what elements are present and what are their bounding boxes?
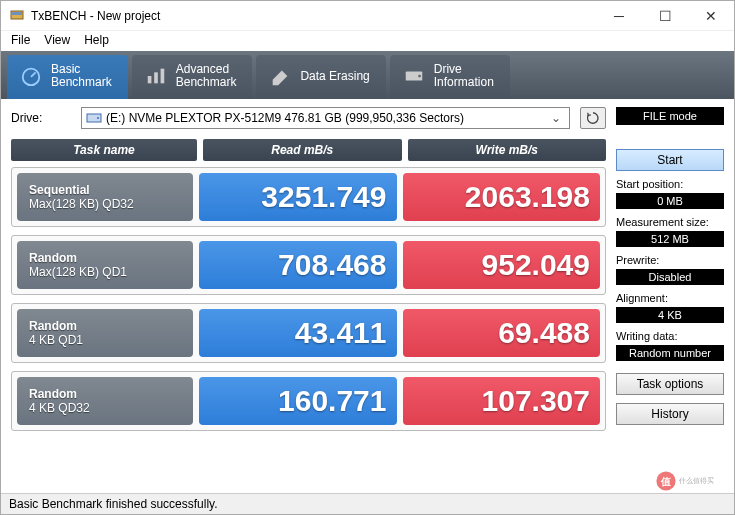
tab-data-erasing[interactable]: Data Erasing bbox=[256, 55, 385, 99]
svg-point-10 bbox=[97, 117, 99, 119]
tab-label: Drive Information bbox=[434, 63, 494, 89]
close-button[interactable]: ✕ bbox=[688, 1, 734, 31]
erase-icon bbox=[268, 65, 292, 87]
drive-icon bbox=[402, 65, 426, 87]
svg-rect-4 bbox=[147, 76, 151, 83]
menu-file[interactable]: File bbox=[11, 33, 30, 47]
disk-icon bbox=[86, 111, 102, 125]
start-position-value[interactable]: 0 MB bbox=[616, 193, 724, 209]
header-write: Write mB/s bbox=[408, 139, 607, 161]
table-header: Task name Read mB/s Write mB/s bbox=[11, 139, 606, 161]
tab-basic-benchmark[interactable]: Basic Benchmark bbox=[7, 55, 128, 99]
status-bar: Basic Benchmark finished successfully. bbox=[1, 493, 734, 514]
svg-text:什么值得买: 什么值得买 bbox=[678, 477, 714, 484]
header-task: Task name bbox=[11, 139, 197, 161]
app-icon bbox=[9, 8, 25, 24]
svg-rect-5 bbox=[154, 73, 158, 84]
measurement-size-label: Measurement size: bbox=[616, 216, 724, 228]
start-position-label: Start position: bbox=[616, 178, 724, 190]
write-value: 952.049 bbox=[403, 241, 601, 289]
alignment-value[interactable]: 4 KB bbox=[616, 307, 724, 323]
tabs: Basic Benchmark Advanced Benchmark Data … bbox=[1, 51, 734, 99]
tab-label: Data Erasing bbox=[300, 70, 369, 83]
minimize-button[interactable]: ─ bbox=[596, 1, 642, 31]
maximize-button[interactable]: ☐ bbox=[642, 1, 688, 31]
prewrite-label: Prewrite: bbox=[616, 254, 724, 266]
titlebar: TxBENCH - New project ─ ☐ ✕ bbox=[1, 1, 734, 31]
write-value: 69.488 bbox=[403, 309, 601, 357]
menubar: File View Help bbox=[1, 31, 734, 51]
drive-label: Drive: bbox=[11, 111, 71, 125]
table-row: Random 4 KB QD1 43.411 69.488 bbox=[11, 303, 606, 363]
menu-help[interactable]: Help bbox=[84, 33, 109, 47]
svg-line-3 bbox=[31, 73, 36, 78]
svg-text:值: 值 bbox=[660, 476, 671, 487]
writing-data-label: Writing data: bbox=[616, 330, 724, 342]
table-row: Sequential Max(128 KB) QD32 3251.749 206… bbox=[11, 167, 606, 227]
task-name[interactable]: Random 4 KB QD1 bbox=[17, 309, 193, 357]
prewrite-value[interactable]: Disabled bbox=[616, 269, 724, 285]
table-row: Random 4 KB QD32 160.771 107.307 bbox=[11, 371, 606, 431]
file-mode-button[interactable]: FILE mode bbox=[616, 107, 724, 125]
drive-select[interactable]: (E:) NVMe PLEXTOR PX-512M9 476.81 GB (99… bbox=[81, 107, 570, 129]
menu-view[interactable]: View bbox=[44, 33, 70, 47]
task-options-button[interactable]: Task options bbox=[616, 373, 724, 395]
read-value: 160.771 bbox=[199, 377, 397, 425]
tab-label: Basic Benchmark bbox=[51, 63, 112, 89]
start-button[interactable]: Start bbox=[616, 149, 724, 171]
svg-point-8 bbox=[418, 75, 421, 78]
write-value: 107.307 bbox=[403, 377, 601, 425]
measurement-size-value[interactable]: 512 MB bbox=[616, 231, 724, 247]
header-read: Read mB/s bbox=[203, 139, 402, 161]
svg-rect-6 bbox=[160, 69, 164, 84]
writing-data-value[interactable]: Random number bbox=[616, 345, 724, 361]
tab-advanced-benchmark[interactable]: Advanced Benchmark bbox=[132, 55, 253, 99]
task-name[interactable]: Random 4 KB QD32 bbox=[17, 377, 193, 425]
drive-value: (E:) NVMe PLEXTOR PX-512M9 476.81 GB (99… bbox=[106, 111, 464, 125]
alignment-label: Alignment: bbox=[616, 292, 724, 304]
svg-rect-1 bbox=[12, 12, 22, 15]
chevron-down-icon: ⌄ bbox=[547, 111, 565, 125]
task-name[interactable]: Random Max(128 KB) QD1 bbox=[17, 241, 193, 289]
watermark: 值 什么值得买 bbox=[654, 469, 726, 496]
history-button[interactable]: History bbox=[616, 403, 724, 425]
bars-icon bbox=[144, 65, 168, 87]
read-value: 43.411 bbox=[199, 309, 397, 357]
read-value: 708.468 bbox=[199, 241, 397, 289]
read-value: 3251.749 bbox=[199, 173, 397, 221]
tab-drive-information[interactable]: Drive Information bbox=[390, 55, 510, 99]
write-value: 2063.198 bbox=[403, 173, 601, 221]
tab-label: Advanced Benchmark bbox=[176, 63, 237, 89]
refresh-button[interactable] bbox=[580, 107, 606, 129]
gauge-icon bbox=[19, 65, 43, 87]
task-name[interactable]: Sequential Max(128 KB) QD32 bbox=[17, 173, 193, 221]
table-row: Random Max(128 KB) QD1 708.468 952.049 bbox=[11, 235, 606, 295]
sidebar: FILE mode Start Start position: 0 MB Mea… bbox=[616, 107, 724, 439]
window-title: TxBENCH - New project bbox=[31, 9, 160, 23]
